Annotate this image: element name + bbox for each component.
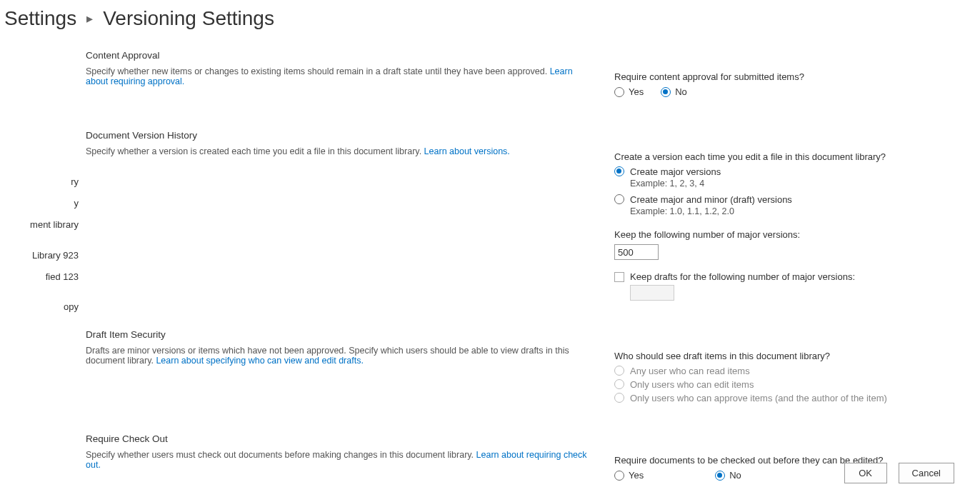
section-version-history: Document Version History Specify whether…	[86, 130, 959, 301]
ok-button[interactable]: OK	[844, 463, 887, 483]
keep-major-label: Keep the following number of major versi…	[614, 229, 959, 240]
approval-question: Require content approval for submitted i…	[614, 71, 959, 82]
keep-major-input[interactable]	[614, 244, 659, 260]
approval-yes[interactable]: Yes	[614, 86, 644, 97]
versioning-major-example: Example: 1, 2, 3, 4	[630, 179, 959, 189]
versioning-major[interactable]: Create major versions	[614, 166, 959, 177]
keep-drafts-input	[630, 285, 674, 301]
nav-item[interactable]: opy	[0, 296, 79, 318]
nav-item[interactable]: Library 923	[0, 245, 79, 266]
checkbox-icon	[614, 272, 624, 282]
section-draft-security: Draft Item Security Drafts are minor ver…	[86, 329, 959, 405]
nav-item[interactable]: ry	[0, 171, 79, 193]
nav-item[interactable]: ment library	[0, 214, 79, 236]
section-title: Draft Item Security	[86, 329, 593, 340]
section-title: Require Check Out	[86, 433, 593, 444]
radio-icon	[614, 379, 624, 389]
section-title: Content Approval	[86, 50, 593, 61]
button-bar: OK Cancel	[844, 463, 954, 483]
section-require-checkout: Require Check Out Specify whether users …	[86, 433, 959, 485]
radio-icon	[614, 194, 624, 204]
section-desc: Specify whether new items or changes to …	[86, 66, 593, 86]
learn-link-drafts[interactable]: Learn about specifying who can view and …	[156, 356, 363, 366]
versioning-question: Create a version each time you edit a fi…	[614, 151, 959, 162]
left-nav-cut: ry y ment library Library 923 fied 123 o…	[0, 171, 79, 318]
radio-icon	[614, 393, 624, 403]
nav-item[interactable]: fied 123	[0, 266, 79, 288]
radio-icon	[614, 166, 624, 176]
draft-view-approvers: Only users who can approve items (and th…	[614, 393, 959, 403]
chevron-right-icon: ▸	[86, 11, 93, 26]
breadcrumb: Settings ▸ Versioning Settings	[0, 0, 980, 30]
versioning-minor-example: Example: 1.0, 1.1, 1.2, 2.0	[630, 206, 959, 216]
section-title: Document Version History	[86, 130, 593, 141]
radio-icon	[614, 87, 624, 97]
breadcrumb-current: Versioning Settings	[103, 7, 274, 30]
checkout-yes[interactable]: Yes	[614, 470, 644, 481]
nav-item[interactable]: y	[0, 193, 79, 214]
radio-icon	[661, 87, 671, 97]
breadcrumb-parent[interactable]: Settings	[4, 7, 76, 30]
checkout-no[interactable]: No	[715, 470, 741, 481]
versioning-minor[interactable]: Create major and minor (draft) versions	[614, 194, 959, 205]
section-desc: Specify whether a version is created eac…	[86, 146, 593, 156]
section-content-approval: Content Approval Specify whether new ite…	[86, 50, 959, 101]
radio-icon	[614, 366, 624, 376]
radio-icon	[715, 471, 725, 481]
cancel-button[interactable]: Cancel	[899, 463, 954, 483]
draft-view-question: Who should see draft items in this docum…	[614, 351, 959, 361]
approval-no[interactable]: No	[661, 86, 687, 97]
draft-view-editors: Only users who can edit items	[614, 379, 959, 390]
section-desc: Drafts are minor versions or items which…	[86, 346, 593, 366]
section-desc: Specify whether users must check out doc…	[86, 450, 593, 470]
keep-drafts-checkbox[interactable]: Keep drafts for the following number of …	[614, 271, 959, 282]
learn-link-versions[interactable]: Learn about versions.	[424, 146, 510, 156]
draft-view-any: Any user who can read items	[614, 366, 959, 376]
radio-icon	[614, 471, 624, 481]
